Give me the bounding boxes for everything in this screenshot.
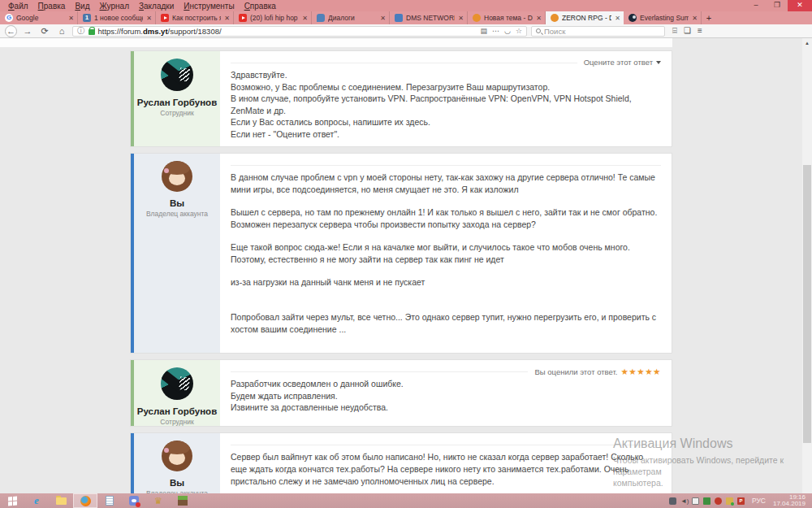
message-paragraph: Вышел с сервера, но там по прежнему онла… — [231, 206, 661, 231]
taskbar-minecraft[interactable] — [171, 493, 195, 508]
reader-mode-icon[interactable]: ▤ — [481, 27, 488, 35]
record-tray-icon[interactable] — [715, 497, 722, 505]
language-indicator[interactable]: РУС — [749, 497, 769, 505]
browser-tab[interactable]: Диалоги✕ — [312, 11, 390, 24]
menu-item[interactable]: Закладки — [134, 2, 179, 11]
window-controls: – ❐ ✕ — [745, 0, 812, 11]
dropdown-caret-icon — [656, 61, 661, 64]
tab-close-button[interactable]: ✕ — [458, 15, 464, 22]
browser-tab[interactable]: Новая тема - DMS NET✕ — [468, 11, 546, 24]
forum-page: Руслан ГорбуновСотрудникОцените этот отв… — [0, 38, 812, 493]
url-bar[interactable]: ⓘ https://forum.dms.yt/support/18308/ ▤ … — [72, 26, 527, 37]
google-favicon-icon: G — [5, 14, 13, 22]
message-line: Если нет - "Оцените ответ". — [231, 128, 661, 141]
menu-item[interactable]: Правка — [33, 2, 71, 11]
forward-button[interactable]: → — [21, 26, 34, 36]
tab-close-button[interactable]: ✕ — [224, 15, 230, 22]
tab-close-button[interactable]: ✕ — [302, 15, 308, 22]
taskbar-game[interactable]: ♛ — [146, 493, 171, 508]
author-name: Вы — [134, 478, 220, 488]
browser-tab[interactable]: DMS NETWORK. Сбор✕ — [390, 11, 468, 24]
browser-tab[interactable]: ZERON RPG - DMS NET✕ — [546, 11, 624, 24]
pinned-app-icon[interactable]: P — [737, 497, 745, 505]
start-button[interactable] — [0, 493, 24, 508]
rated-answer-row[interactable]: Вы оценили этот ответ.★★★★★ — [528, 367, 661, 376]
message-line: Разработчик осведомлен о данной ошибке. — [231, 378, 661, 390]
home-button[interactable]: ⌂ — [55, 26, 68, 36]
browser-tab[interactable]: GGoogle✕ — [0, 11, 78, 24]
message-paragraph: Еще такой вопрос сюда-же! Если я на кача… — [231, 241, 661, 266]
browser-tab[interactable]: Everlasting Summer в S✕ — [624, 11, 702, 24]
minimize-button[interactable]: – — [745, 0, 767, 11]
taskbar-edge[interactable]: e — [24, 493, 49, 508]
back-button[interactable]: ← — [5, 25, 17, 37]
volume-icon[interactable]: ◄) — [680, 497, 688, 505]
taskbar-explorer[interactable] — [49, 493, 73, 508]
scrollbar-up-arrow[interactable]: ▲ — [802, 38, 812, 46]
tab-close-button[interactable]: ✕ — [536, 15, 542, 22]
message-card-user: ВыВладелец аккаунтаВ данном случае пробл… — [130, 153, 672, 354]
tab-title: Диалоги — [328, 14, 377, 22]
hamburger-menu-icon[interactable]: ≡ — [698, 26, 702, 36]
menu-item[interactable]: Файл — [3, 2, 33, 11]
taskbar-firefox[interactable] — [73, 493, 97, 508]
search-input[interactable]: Поиск — [531, 26, 665, 37]
taskbar-notepad[interactable] — [97, 493, 122, 508]
tab-close-button[interactable]: ✕ — [692, 15, 698, 22]
browser-tab[interactable]: Как построить японск✕ — [156, 11, 234, 24]
system-tray: ◄) P РУС 19:16 17.04.2019 — [669, 494, 812, 508]
notepad-icon — [106, 496, 114, 506]
taskbar-clock[interactable]: 19:16 17.04.2019 — [773, 494, 809, 508]
scrollbar-thumb[interactable] — [803, 165, 811, 443]
dms-orange-favicon-icon — [473, 14, 481, 22]
message-paragraph: В данном случае проблем с vpn у моей сто… — [231, 172, 661, 196]
sidebars-icon[interactable]: ❏ — [684, 26, 691, 36]
message-line: В ином случае, попробуйте установить VPN… — [231, 93, 661, 116]
bookmark-star-icon[interactable]: ☆ — [516, 27, 522, 35]
new-tab-button[interactable]: + — [702, 11, 716, 24]
menu-item[interactable]: Вид — [70, 2, 94, 11]
paragraph-spacer — [231, 299, 661, 311]
message-header: Оцените этот ответ — [231, 55, 661, 69]
browser-tab[interactable]: 11 новое сообщение✕ — [78, 11, 156, 24]
keyboard-icon[interactable] — [692, 497, 699, 505]
url-text[interactable]: https://forum.dms.yt/support/18308/ — [98, 27, 222, 36]
tab-title: Google — [16, 14, 65, 22]
taskbar-discord[interactable] — [122, 493, 146, 508]
message-paragraph: Попробовал зайти через мульт, все четно.… — [231, 311, 661, 336]
site-info-icon[interactable]: ⓘ — [77, 26, 85, 37]
reload-button[interactable]: ⟳ — [38, 26, 51, 37]
rate-answer-dropdown[interactable]: Оцените этот ответ — [577, 58, 661, 67]
page-actions-icon[interactable]: ⋯ — [492, 27, 499, 35]
browser-menubar: ФайлПравкаВидЖурналЗакладкиИнструментыСп… — [0, 0, 812, 11]
author-name: Руслан Горбунов — [134, 98, 220, 107]
menu-item[interactable]: Журнал — [94, 2, 134, 11]
steam-favicon-icon — [628, 14, 637, 22]
discord-tray-icon[interactable] — [669, 497, 676, 505]
dialogs-favicon-icon — [317, 14, 325, 22]
staff-avatar — [161, 367, 193, 400]
tab-title: ZERON RPG - DMS NET — [562, 14, 611, 22]
restore-button[interactable]: ❐ — [767, 0, 788, 11]
menu-item[interactable]: Инструменты — [179, 2, 239, 11]
tab-close-button[interactable]: ✕ — [380, 15, 386, 22]
tab-title: Everlasting Summer в S — [640, 14, 689, 22]
library-icon[interactable]: ⌸ — [672, 26, 677, 36]
taskbar: e ♛ ◄) P РУС 19:16 17.04.2019 — [0, 493, 812, 508]
message-line: Возможно, у Вас проблемы с соединением. … — [231, 81, 661, 93]
browser-tab[interactable]: (20) lofi hip hop radio -✕ — [234, 11, 312, 24]
staff-avatar — [161, 59, 193, 91]
tab-title: Как построить японск — [172, 14, 221, 22]
tab-close-button[interactable]: ✕ — [615, 15, 620, 22]
tab-close-button[interactable]: ✕ — [146, 15, 152, 22]
page-scrollbar[interactable]: ▲ — [802, 38, 812, 493]
author-sidebar: Руслан ГорбуновСотрудник — [131, 360, 220, 426]
rating-stars[interactable]: ★★★★★ — [620, 367, 661, 376]
pocket-icon[interactable]: ◡ — [504, 27, 511, 35]
menu-item[interactable]: Справка — [240, 2, 281, 11]
sync-folder-icon[interactable] — [726, 497, 733, 505]
close-button[interactable]: ✕ — [788, 0, 812, 11]
tab-close-button[interactable]: ✕ — [68, 15, 74, 22]
nvidia-icon[interactable] — [703, 497, 710, 505]
youtube-favicon-icon — [161, 14, 169, 22]
